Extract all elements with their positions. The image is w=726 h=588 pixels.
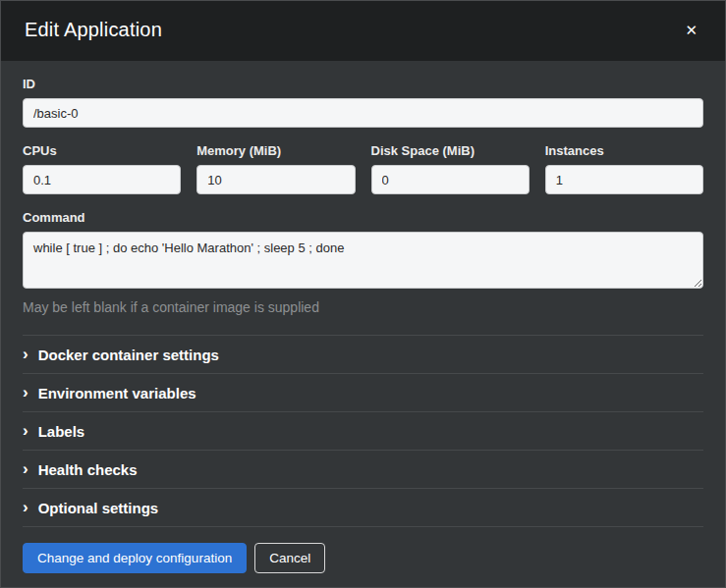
cpus-field-group: CPUs <box>23 143 181 194</box>
modal-title: Edit Application <box>25 19 162 41</box>
section-environment-variables[interactable]: › Environment variables <box>23 373 703 411</box>
id-input[interactable] <box>23 98 703 128</box>
close-icon: ✕ <box>685 22 698 38</box>
change-and-deploy-button[interactable]: Change and deploy configuration <box>23 543 247 573</box>
resources-row: CPUs Memory (MiB) Disk Space (MiB) Insta… <box>23 143 703 194</box>
accordion-sections: › Docker container settings › Environmen… <box>23 335 703 527</box>
chevron-right-icon: › <box>23 499 28 515</box>
instances-field-group: Instances <box>545 143 703 194</box>
cancel-button[interactable]: Cancel <box>254 543 325 573</box>
section-label: Optional settings <box>38 500 159 516</box>
id-label: ID <box>23 77 703 91</box>
memory-label: Memory (MiB) <box>196 143 355 158</box>
command-help-text: May be left blank if a container image i… <box>23 299 703 315</box>
modal-header: Edit Application ✕ <box>1 1 725 61</box>
section-health-checks[interactable]: › Health checks <box>23 450 703 488</box>
edit-application-modal: Edit Application ✕ ID CPUs Memory (MiB) … <box>0 0 726 588</box>
cpus-input[interactable] <box>23 165 181 194</box>
chevron-right-icon: › <box>23 422 28 439</box>
section-optional-settings[interactable]: › Optional settings <box>23 488 703 526</box>
command-field-group: Command while [ true ] ; do echo 'Hello … <box>23 210 703 315</box>
section-label: Environment variables <box>38 385 196 401</box>
memory-field-group: Memory (MiB) <box>196 143 355 194</box>
modal-body: ID CPUs Memory (MiB) Disk Space (MiB) In… <box>1 61 725 527</box>
command-textarea[interactable]: while [ true ] ; do echo 'Hello Marathon… <box>23 232 703 289</box>
disk-input[interactable] <box>371 165 530 194</box>
section-docker-container-settings[interactable]: › Docker container settings <box>23 335 703 373</box>
command-label: Command <box>23 210 703 225</box>
memory-input[interactable] <box>196 165 355 194</box>
instances-label: Instances <box>545 143 703 158</box>
cpus-label: CPUs <box>23 143 181 158</box>
instances-input[interactable] <box>545 165 703 194</box>
id-field-group: ID <box>23 77 703 128</box>
modal-footer: Change and deploy configuration Cancel <box>1 527 725 588</box>
chevron-right-icon: › <box>23 346 28 362</box>
section-label: Docker container settings <box>38 347 219 363</box>
section-label: Labels <box>38 423 85 440</box>
disk-label: Disk Space (MiB) <box>371 143 530 158</box>
chevron-right-icon: › <box>23 384 28 401</box>
disk-field-group: Disk Space (MiB) <box>371 143 530 194</box>
section-label: Health checks <box>38 461 138 478</box>
section-labels[interactable]: › Labels <box>23 411 703 450</box>
close-button[interactable]: ✕ <box>681 21 701 39</box>
chevron-right-icon: › <box>23 460 28 477</box>
